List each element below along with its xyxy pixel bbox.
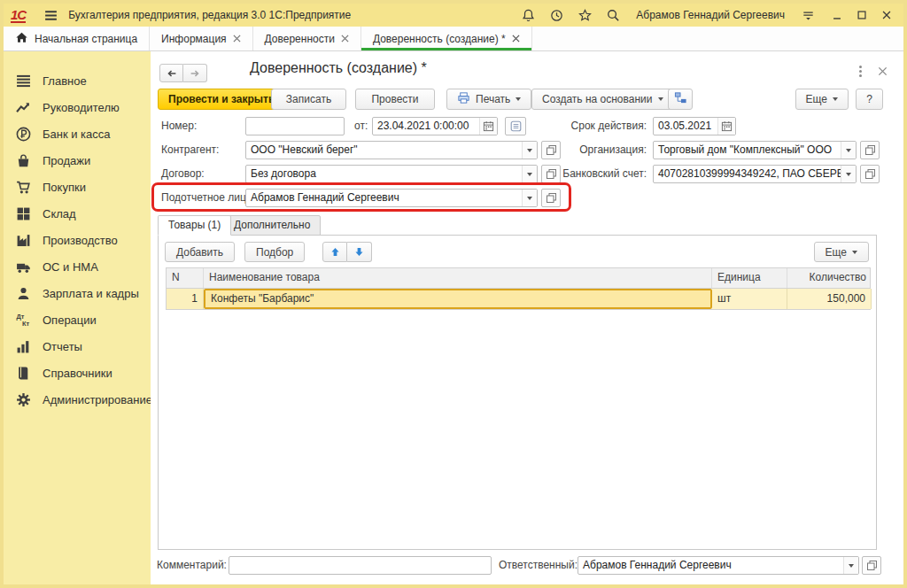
bank-account-value: 40702810399994349242, ПАО СБЕРБАНК — [654, 166, 841, 182]
sidebar-item-payroll-hr[interactable]: Зарплата и кадры — [4, 280, 151, 306]
favorites-star-icon[interactable] — [576, 6, 593, 24]
sidebar-item-purchases[interactable]: Покупки — [4, 174, 151, 200]
responsible-open-button[interactable] — [862, 556, 881, 575]
pick-button[interactable]: Подбор — [244, 242, 305, 262]
number-input[interactable] — [245, 117, 345, 135]
post-label: Провести — [371, 93, 418, 105]
date-label: от: — [354, 117, 368, 135]
dropdown-arrow-icon[interactable] — [522, 190, 537, 206]
print-label: Печать — [476, 93, 510, 105]
column-header-qty[interactable]: Количество — [787, 268, 872, 288]
form-more-button[interactable]: Еще — [795, 89, 849, 110]
tab-home-label: Начальная страница — [35, 33, 137, 45]
sidebar-item-sales[interactable]: Продажи — [4, 147, 151, 174]
sidebar-item-production[interactable]: Производство — [4, 227, 151, 253]
comment-input[interactable] — [229, 556, 492, 575]
column-header-name[interactable]: Наименование товара — [204, 268, 712, 288]
responsible-input[interactable]: Абрамов Геннадий Сергеевич — [578, 556, 859, 575]
window-title: Бухгалтерия предприятия, редакция 3.0 1С… — [68, 9, 351, 21]
validity-date-input[interactable]: 03.05.2021 — [653, 117, 736, 135]
row-name-cell[interactable]: Конфеты "Барбарис" — [204, 289, 712, 309]
save-button[interactable]: Записать — [271, 89, 346, 110]
app-window: 1С Бухгалтерия предприятия, редакция 3.0… — [0, 0, 907, 588]
home-icon — [15, 31, 28, 47]
sidebar-item-administration[interactable]: Администрирование — [4, 386, 151, 413]
main-menu-icon[interactable] — [42, 6, 59, 24]
counterparty-value: ООО "Невский берег" — [246, 142, 522, 159]
sidebar-item-warehouse[interactable]: Склад — [4, 200, 151, 227]
sidebar-item-reports[interactable]: Отчеты — [4, 333, 151, 360]
sidebar-item-main[interactable]: Главное — [4, 67, 151, 94]
print-button[interactable]: Печать — [446, 89, 531, 110]
sidebar-item-label: Покупки — [43, 181, 86, 194]
subordination-structure-button[interactable] — [668, 89, 693, 110]
date-input[interactable]: 23.04.2021 0:00:00 — [372, 117, 498, 135]
linked-documents-icon — [674, 91, 687, 107]
trend-chart-icon — [15, 99, 31, 115]
form-area: Доверенность (создание) * Провести и зак… — [151, 51, 903, 584]
back-button[interactable] — [159, 64, 183, 82]
row-number-cell[interactable]: 1 — [167, 289, 204, 309]
bank-account-open-button[interactable] — [860, 165, 880, 183]
column-header-unit[interactable]: Единица — [712, 268, 787, 288]
dropdown-arrow-icon[interactable] — [841, 166, 856, 182]
validity-value: 03.05.2021 — [654, 118, 717, 135]
post-and-close-button[interactable]: Провести и закрыть — [158, 89, 285, 110]
organization-open-button[interactable] — [860, 141, 880, 159]
help-button[interactable]: ? — [856, 89, 883, 110]
tab-home[interactable]: Начальная страница — [4, 27, 150, 50]
tab-warrant-create[interactable]: Доверенность (создание) * — [361, 27, 532, 50]
sidebar-item-directories[interactable]: Справочники — [4, 360, 151, 386]
sidebar-item-label: Руководителю — [43, 101, 120, 114]
tab-information-label: Информация — [161, 33, 226, 45]
minimize-button[interactable] — [827, 6, 847, 24]
tab-information[interactable]: Информация — [150, 27, 252, 50]
dropdown-arrow-icon[interactable] — [841, 142, 856, 159]
tab-close-icon[interactable] — [512, 33, 520, 45]
form-menu-dots-icon[interactable] — [859, 66, 863, 77]
create-based-on-button[interactable]: Создать на основании — [531, 89, 674, 110]
sidebar-item-fixed-assets[interactable]: ОС и НМА — [4, 253, 151, 280]
history-icon[interactable] — [547, 6, 565, 24]
current-user[interactable]: Абрамов Геннадий Сергеевич — [636, 9, 785, 21]
truck-icon — [15, 259, 31, 275]
tab-goods[interactable]: Товары (1) — [158, 215, 231, 236]
page-tabbar: Начальная страница Информация Довереннос… — [4, 27, 903, 51]
dropdown-arrow-icon[interactable] — [843, 557, 858, 574]
bank-account-input[interactable]: 40702810399994349242, ПАО СБЕРБАНК — [653, 165, 857, 183]
table-row[interactable]: 1 Конфеты "Барбарис" шт 150,000 — [167, 289, 870, 309]
tab-close-icon[interactable] — [341, 33, 349, 45]
add-row-button[interactable]: Добавить — [165, 242, 235, 262]
document-list-button[interactable] — [505, 117, 526, 135]
calendar-icon[interactable] — [717, 118, 735, 135]
counterparty-input[interactable]: ООО "Невский берег" — [245, 141, 538, 159]
sidebar-item-operations[interactable]: ДтКт Операции — [4, 306, 151, 333]
contract-input[interactable]: Без договора — [245, 165, 538, 183]
tab-close-icon[interactable] — [233, 33, 241, 45]
move-row-down-button[interactable] — [347, 242, 372, 262]
tab-warrants-list[interactable]: Доверенности — [253, 27, 361, 50]
accountable-person-open-button[interactable] — [541, 189, 561, 207]
number-label: Номер: — [161, 117, 197, 135]
sidebar-item-manager[interactable]: Руководителю — [4, 94, 151, 120]
accountable-person-input[interactable]: Абрамов Геннадий Сергеевич — [245, 189, 538, 207]
sidebar-item-bank-cash[interactable]: Банк и касса — [4, 120, 151, 147]
notifications-bell-icon[interactable] — [519, 6, 537, 24]
organization-input[interactable]: Торговый дом "Комплексный" ООО — [653, 141, 857, 159]
maximize-button[interactable] — [852, 6, 872, 24]
row-qty-cell[interactable]: 150,000 — [787, 289, 872, 309]
post-button[interactable]: Провести — [355, 89, 435, 110]
row-unit-cell[interactable]: шт — [712, 289, 787, 309]
calendar-icon[interactable] — [479, 118, 497, 135]
tab-additional[interactable]: Дополнительно — [223, 215, 321, 236]
close-window-button[interactable] — [877, 6, 896, 24]
post-and-close-label: Провести и закрыть — [168, 93, 275, 105]
search-icon[interactable] — [604, 6, 622, 24]
goods-more-button[interactable]: Еще — [814, 242, 869, 262]
form-close-icon[interactable] — [875, 64, 889, 78]
move-row-up-button[interactable] — [322, 242, 347, 262]
service-menu-icon[interactable] — [799, 6, 817, 24]
column-header-n[interactable]: N — [167, 268, 204, 288]
goods-more-label: Еще — [826, 246, 847, 259]
forward-button[interactable] — [183, 64, 207, 82]
